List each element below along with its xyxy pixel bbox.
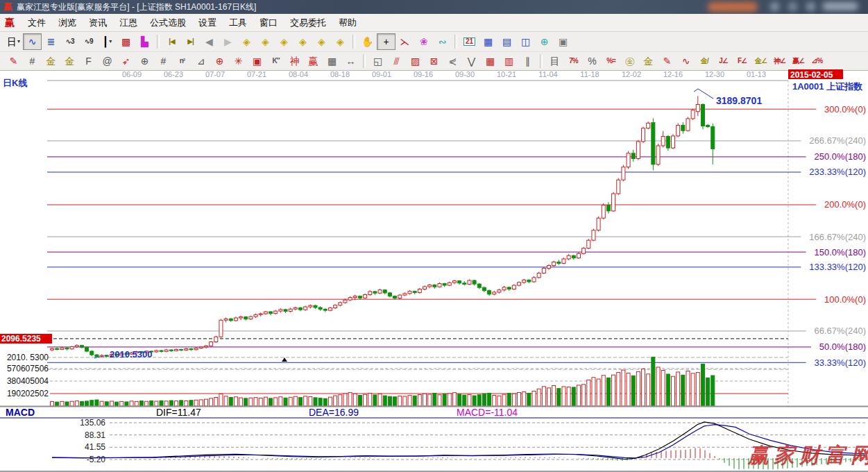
flower-tool-button[interactable]: ❀ (414, 33, 433, 50)
trendline-button[interactable]: ⋋ (395, 33, 414, 50)
candle-body (572, 255, 575, 258)
grid-123-button[interactable]: ▦ (323, 53, 341, 69)
percent-tool-button[interactable]: % (583, 53, 602, 69)
chart-canvas[interactable]: 06-0906-2307-0707-2108-0408-1809-0109-16… (0, 69, 868, 472)
small-chart-9-button[interactable]: ∿9 (79, 33, 98, 50)
menu-bar: 赢 文件浏览资讯江恩公式选股设置工具窗口交易委托帮助 (0, 14, 868, 32)
v-lines-button[interactable]: ⋁ (462, 53, 481, 69)
kline-period-button[interactable]: 日▾ (4, 33, 23, 50)
ruler-grid-button[interactable]: # (154, 53, 173, 69)
macd-axis-label: 41.55 (85, 442, 105, 452)
seven-percent-button[interactable]: 7% (564, 53, 583, 69)
volume-bar (135, 401, 138, 406)
menu-2[interactable]: 浏览 (52, 15, 83, 30)
prev-bar-button[interactable]: ◀ (200, 33, 219, 50)
circle-grid-button[interactable]: ⊕ (135, 53, 154, 69)
shen-angle-button[interactable]: 神∠ (770, 53, 789, 69)
gann-diamond-expand-button[interactable]: ◈ (312, 33, 331, 50)
volume-bar (85, 401, 89, 406)
gold-circle-button[interactable]: ㊎ (620, 53, 639, 69)
k-notes-button[interactable]: K″ (266, 53, 285, 69)
candle-body (210, 342, 213, 346)
gann-diamond-compress-button[interactable]: ◈ (293, 33, 312, 50)
volume-bar (254, 398, 257, 406)
last-bar-button[interactable]: ▶| (181, 33, 200, 50)
menu-4[interactable]: 江恩 (113, 15, 144, 30)
macd-pane-label[interactable]: MACD (6, 407, 35, 418)
parallel-lines-button[interactable]: ∥ (518, 53, 537, 69)
price-square-button[interactable]: ▣ (248, 53, 266, 69)
four-angle-button[interactable]: ⊿% (808, 53, 826, 69)
candle-body (224, 319, 228, 320)
gold-lines-button[interactable]: 金 (639, 53, 658, 69)
menu-8[interactable]: 窗口 (253, 15, 284, 30)
color-histogram-button[interactable]: ▙ (135, 33, 154, 50)
n-square-button[interactable]: n² (173, 53, 192, 69)
info-list-button[interactable]: ≣ (42, 33, 60, 50)
calendar-button[interactable]: 21 (460, 33, 479, 50)
spiral-tool-button[interactable]: @ (98, 53, 117, 69)
grid-tool-button[interactable]: # (23, 53, 42, 69)
date-tick: 06-09 (122, 70, 142, 78)
ying-tool-button[interactable]: 赢 (304, 53, 323, 69)
percent-box-button[interactable]: 目 (545, 53, 564, 69)
menu-5[interactable]: 公式选股 (144, 15, 192, 30)
crosshair-button[interactable]: + (377, 33, 395, 50)
angle-tool-button[interactable]: ⊿ (192, 53, 210, 69)
gann-fan-button[interactable]: ⊕ (210, 53, 229, 69)
gold-angle-button[interactable]: 金∠ (751, 53, 770, 69)
brush-tool-button[interactable]: ✎ (658, 53, 676, 69)
red-pattern-button[interactable]: ▩ (117, 33, 135, 50)
save-button[interactable]: ◫ (516, 33, 535, 50)
calculator-button[interactable]: ▦ (479, 33, 497, 50)
menu-10[interactable]: 帮助 (332, 15, 363, 30)
trend-wave-button[interactable]: ∿ (23, 33, 42, 50)
draw-pencil-button[interactable]: ✎ (4, 53, 23, 69)
j-angle-button[interactable]: J∠ (714, 53, 733, 69)
width-tool-button[interactable]: ↔ (341, 53, 360, 69)
hand-pan-button[interactable]: ✋ (358, 33, 377, 50)
print-button[interactable]: ▣ (554, 33, 572, 50)
gann-diamond-all-button[interactable]: ◈ (331, 33, 350, 50)
browser-button[interactable]: ⊕ (535, 33, 554, 50)
gold-grid-2-button[interactable]: 金 (60, 53, 79, 69)
ying-angle-button[interactable]: 赢∠ (789, 53, 808, 69)
gold-grid-1-button[interactable]: 金 (42, 53, 60, 69)
grid-b-button[interactable]: ▥ (500, 53, 518, 69)
wave-brain-button[interactable]: ∾ (433, 33, 452, 50)
shen-tool-button[interactable]: 神 (285, 53, 304, 69)
fan-lines-button[interactable]: ⫻ (387, 53, 406, 69)
menu-9[interactable]: 交易委托 (284, 15, 332, 30)
volume-bar (557, 389, 561, 406)
gold-line-button[interactable]: 金/ (695, 53, 714, 69)
percent-lines-button[interactable]: %= (602, 53, 620, 69)
candle-body (418, 289, 421, 292)
pane-separator[interactable] (0, 406, 868, 407)
grid-tool-icon: # (30, 56, 35, 66)
gann-diamond-right-button[interactable]: ◈ (256, 33, 275, 50)
first-bar-button[interactable]: |◀ (162, 33, 181, 50)
next-bar-button[interactable]: ▶ (219, 33, 237, 50)
menu-3[interactable]: 资讯 (83, 15, 113, 30)
candle-body (180, 349, 183, 350)
grid-a-button[interactable]: ▦ (481, 53, 500, 69)
notes-button[interactable]: ▤ (497, 33, 516, 50)
rocket-tool-button[interactable]: ➶ (117, 53, 135, 69)
gann-wheel-button[interactable]: ✳ (229, 53, 248, 69)
candle-style-button[interactable]: ┃▾ (98, 33, 117, 50)
f-grid-button[interactable]: F (79, 53, 98, 69)
volume-bar (293, 396, 297, 406)
candle-body (343, 300, 347, 303)
box-x-button[interactable]: ⊠ (425, 53, 443, 69)
speed-lines-button[interactable]: ⋞ (443, 53, 462, 69)
window-split-button[interactable]: ◱ (368, 53, 387, 69)
menu-7[interactable]: 工具 (223, 15, 253, 30)
menu-1[interactable]: 文件 (22, 15, 52, 30)
f-angle-button[interactable]: F∠ (733, 53, 751, 69)
small-chart-3-button[interactable]: ∿3 (60, 33, 79, 50)
menu-6[interactable]: 设置 (192, 15, 223, 30)
box-fan-button[interactable]: ▨ (406, 53, 425, 69)
wave-percent-button[interactable]: ∿ (676, 53, 695, 69)
gann-diamond-h-button[interactable]: ◈ (275, 33, 293, 50)
gann-diamond-left-button[interactable]: ◈ (237, 33, 256, 50)
